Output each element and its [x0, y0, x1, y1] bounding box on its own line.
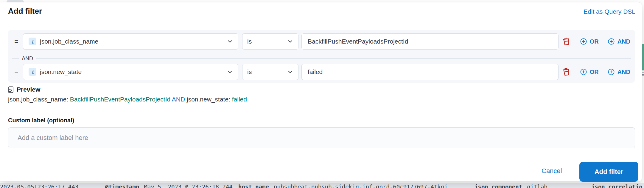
background-update-button-sliver [642, 44, 644, 70]
doc-value: May 5, 2023 @ 23:26:18.244 [144, 184, 232, 188]
and-joiner: AND [12, 56, 631, 62]
add-filter-button[interactable]: Add filter [579, 162, 638, 182]
add-and-condition-button[interactable]: AND [608, 38, 630, 45]
popover-title: Add filter [8, 7, 42, 16]
trash-icon [562, 67, 571, 77]
screen: 2023-05-05T23:26:17.443 @timestampMay 5,… [0, 0, 644, 188]
field-select-value: json.job_class_name [40, 38, 98, 45]
preview-heading-label: Preview [17, 86, 40, 93]
plus-in-circle-icon [580, 68, 587, 75]
and-button-label: AND [617, 38, 630, 45]
filter-builder-panel: = t json.job_class_name is [8, 30, 635, 83]
add-and-condition-button[interactable]: AND [608, 68, 630, 75]
joiner-line [12, 58, 19, 59]
header-divider [0, 21, 642, 21]
preview-field: json.new_state: [187, 96, 232, 103]
filter-value-input[interactable] [301, 64, 559, 80]
or-button-label: OR [590, 38, 599, 45]
doc-fragment: @timestampMay 5, 2023 @ 23:26:18.244 [105, 184, 233, 188]
joiner-label: AND [22, 56, 33, 62]
chevron-down-icon [227, 69, 233, 75]
delete-filter-row-button[interactable] [561, 36, 571, 47]
plus-in-circle-icon [608, 38, 615, 45]
edit-as-query-dsl-link[interactable]: Edit as Query DSL [584, 8, 635, 15]
add-filter-popover: Add filter Edit as Query DSL = t json.jo… [0, 2, 642, 181]
delete-filter-row-button[interactable] [561, 67, 571, 77]
doc-fragment: json.componentgitlab [475, 184, 547, 188]
operator-select-value: is [247, 38, 252, 45]
or-button-label: OR [590, 69, 599, 75]
add-or-condition-button[interactable]: OR [580, 38, 599, 45]
row-actions: OR AND [561, 36, 630, 47]
plus-in-circle-icon [580, 38, 587, 45]
custom-label-input[interactable] [8, 127, 635, 148]
field-select-value: json.new_state [40, 68, 82, 75]
doc-field: @timestamp [105, 184, 139, 188]
chevron-down-icon [227, 38, 233, 45]
background-icon-sliver [642, 73, 644, 77]
equals-operator-label: = [12, 38, 21, 46]
field-select[interactable]: t json.job_class_name [23, 33, 238, 50]
doc-value: gitlab [527, 184, 547, 188]
add-or-condition-button[interactable]: OR [580, 68, 599, 75]
and-button-label: AND [617, 69, 630, 75]
row-actions: OR AND [561, 67, 630, 77]
doc-fragment: host.namepubsubbeat-pubsub-sidekiq-inf-g… [238, 184, 447, 188]
chevron-down-icon [287, 69, 293, 75]
plus-in-circle-icon [608, 68, 615, 75]
doc-field: host.name [238, 184, 269, 188]
doc-field: json.component [475, 184, 522, 188]
preview-value: BackfillPushEventPayloadsProjectId [70, 96, 170, 103]
equals-operator-label: = [12, 68, 21, 76]
doc-fragment: json.correlatio [591, 184, 643, 188]
chevron-down-icon [287, 38, 293, 45]
field-select[interactable]: t json.new_state [23, 64, 238, 80]
trash-icon [562, 37, 571, 46]
preview-field: json.job_class_name: [8, 96, 70, 103]
preview-expression: json.job_class_name: BackfillPushEventPa… [8, 96, 247, 103]
doc-value: 2023-05-05T23:26:17.443 [0, 184, 78, 188]
preview-and: AND [170, 96, 187, 103]
filter-row: = t json.new_state is [8, 64, 635, 80]
operator-select[interactable]: is [242, 33, 298, 50]
string-type-token-icon: t [29, 38, 36, 45]
string-type-token-icon: t [29, 68, 36, 76]
doc-fragment: 2023-05-05T23:26:17.443 [0, 184, 78, 188]
filter-row: = t json.job_class_name is [8, 33, 635, 50]
custom-label-heading: Custom label (optional) [8, 117, 74, 124]
operator-select[interactable]: is [242, 64, 298, 80]
preview-heading: Preview [7, 86, 40, 93]
joiner-line [36, 58, 631, 59]
doc-field: json.correlatio [591, 184, 643, 188]
preview-value: failed [232, 96, 247, 103]
cancel-button[interactable]: Cancel [542, 167, 562, 175]
background-doc-row: 2023-05-05T23:26:17.443 @timestampMay 5,… [0, 183, 644, 188]
filter-value-input[interactable] [301, 33, 559, 50]
inspect-icon [7, 86, 14, 93]
doc-value: pubsubbeat-pubsub-sidekiq-inf-gprd-60c91… [274, 184, 447, 188]
operator-select-value: is [247, 68, 252, 75]
